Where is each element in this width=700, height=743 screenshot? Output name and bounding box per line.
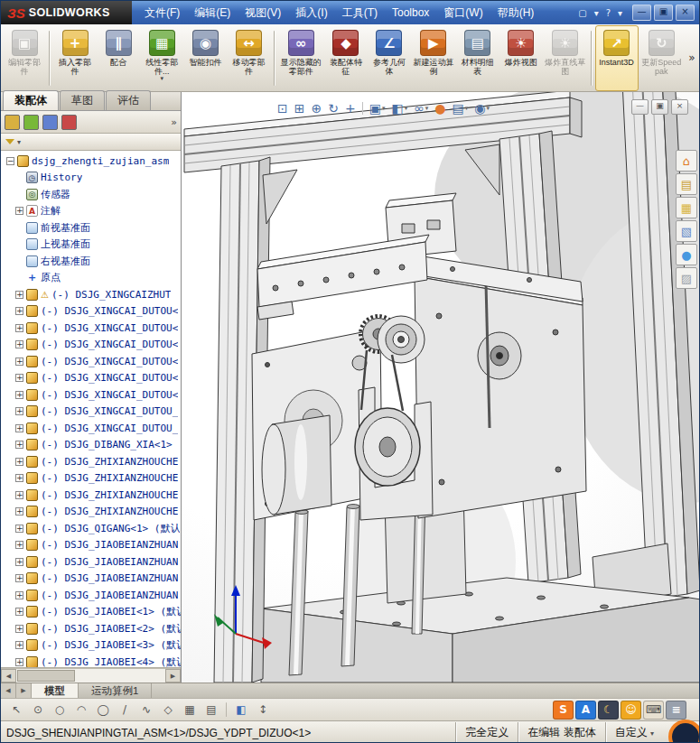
ortho-cube-icon[interactable]: ◧ xyxy=(231,701,251,720)
tree-item[interactable]: + (-) DSJG_JIAOBEIANZHUAN xyxy=(1,537,181,554)
tree-item[interactable]: + (-) DSJG_ZHIXIANZHOUCHE xyxy=(1,504,181,521)
expander-icon[interactable]: + xyxy=(15,307,23,315)
expander-icon[interactable]: + xyxy=(15,491,23,499)
chevron-down-icon[interactable]: ▾ xyxy=(616,7,624,19)
new-doc-icon[interactable]: ▢ xyxy=(576,7,588,19)
model-tab[interactable]: 模型 xyxy=(32,683,79,698)
doc-close-button[interactable]: × xyxy=(671,99,688,115)
menu-item[interactable]: 窗口(W) xyxy=(436,2,490,24)
spline-snap-icon[interactable]: ∿ xyxy=(136,701,156,720)
headsup-icon[interactable]: ↻ xyxy=(328,101,339,116)
toolbar-button[interactable]: ▤ 材料明细表 xyxy=(456,25,499,91)
restore-button[interactable]: ▣ xyxy=(654,5,673,21)
toolbar-button[interactable]: ▦ 线性零部件... ▾ xyxy=(140,25,184,91)
headsup-icon[interactable] xyxy=(362,102,363,115)
expander-icon[interactable]: + xyxy=(15,558,23,566)
expander-icon[interactable]: + xyxy=(15,625,23,633)
expander-icon[interactable]: + xyxy=(15,340,23,348)
toolbar-button[interactable]: ∠ 参考几何体 xyxy=(368,25,411,91)
minimize-button[interactable]: — xyxy=(632,5,651,21)
scroll-thumb[interactable] xyxy=(17,670,75,682)
scroll-left-button[interactable]: ◀ xyxy=(1,669,16,683)
headsup-icon[interactable]: ⊕ xyxy=(311,101,322,116)
toolbar-button[interactable]: ▣ 编辑零部件 xyxy=(3,25,46,91)
headsup-icon[interactable]: + xyxy=(345,101,356,116)
menu-item[interactable]: 视图(V) xyxy=(238,2,288,24)
expander-icon[interactable]: + xyxy=(15,507,23,515)
headsup-icon[interactable]: ▤ ▾ xyxy=(453,101,469,116)
tree-item[interactable]: + (-) DSJG_XINGCAI_DUTOU< xyxy=(1,386,181,404)
headsup-icon[interactable]: ⊡ xyxy=(277,101,288,116)
sogou-logo-icon[interactable]: S xyxy=(553,701,574,720)
expander-icon[interactable]: + xyxy=(15,525,23,533)
night-mode-icon[interactable]: ☾ xyxy=(598,701,619,720)
expander-icon[interactable]: + xyxy=(15,324,23,332)
toolbar-button[interactable]: ↻ 更新Speedpak xyxy=(639,25,685,91)
headsup-icon[interactable]: ● xyxy=(434,101,445,116)
expander-icon[interactable]: + xyxy=(15,374,23,382)
resources-home-icon[interactable]: ⌂ xyxy=(676,150,697,172)
panel-overflow-button[interactable]: » xyxy=(171,116,177,128)
tree-item[interactable]: 原点 xyxy=(1,270,181,287)
tree-item[interactable]: + (-) DSJG_JIAOBEI<2> (默认 xyxy=(1,620,181,637)
tree-item[interactable]: + (-) DSJG_XINGCAI_DUTOU_ xyxy=(1,420,181,437)
toolbar-button[interactable] xyxy=(591,31,593,86)
tree-item[interactable]: + (-) DSJG_DIBANG_XIA<1> xyxy=(1,437,181,454)
tree-item[interactable]: + (-) DSJG_ZHIXIANZHOUCHE xyxy=(1,487,181,504)
ellipse-snap-icon[interactable]: ◯ xyxy=(93,701,113,720)
expander-icon[interactable]: + xyxy=(15,608,23,616)
expander-icon[interactable]: + xyxy=(15,591,23,599)
toolbar-overflow-button[interactable]: » xyxy=(685,51,699,64)
expander-icon[interactable] xyxy=(15,257,23,265)
expander-icon[interactable]: + xyxy=(15,574,23,582)
tree-item[interactable]: 右视基准面 xyxy=(1,253,181,270)
toolbox-icon[interactable]: ≡ xyxy=(666,701,686,720)
toolbar-button[interactable]: ↗ Instant3D xyxy=(595,25,639,91)
expander-icon[interactable] xyxy=(15,224,23,232)
table-snap-icon[interactable]: ▤ xyxy=(201,701,221,720)
menu-item[interactable]: 工具(T) xyxy=(335,2,385,24)
graphics-viewport[interactable]: ⊡ ⊞ ⊕ ↻ + xyxy=(182,92,699,683)
tree-item[interactable]: + (-) DSJG_ZHIXIANZHOUCHE xyxy=(1,453,181,470)
tree-item[interactable]: + (-) DSJG_JIAOBEIANZHUAN xyxy=(1,571,181,588)
expander-icon[interactable] xyxy=(15,240,23,248)
tree-item[interactable]: + (-) DSJG_XINGCAI_DUTOU< xyxy=(1,303,181,320)
tree-item[interactable]: + (-) DSJG_JIAOBEI<3> (默认 xyxy=(1,637,181,655)
expander-icon[interactable]: − xyxy=(6,157,14,165)
command-tab[interactable]: 草图 xyxy=(60,90,105,110)
tree-item[interactable]: 传感器 xyxy=(1,186,181,203)
expander-icon[interactable]: + xyxy=(15,424,23,432)
tree-item[interactable]: + 注解 xyxy=(1,203,181,220)
menu-item[interactable]: 文件(F) xyxy=(137,2,187,24)
model-tab[interactable]: 运动算例1 xyxy=(79,683,152,698)
headsup-icon[interactable]: ◧ ▾ xyxy=(391,101,407,116)
headsup-icon[interactable]: ∞ ▾ xyxy=(414,101,428,116)
toolbar-button[interactable]: ◉ 智能扣件 xyxy=(184,25,228,91)
expander-icon[interactable]: + xyxy=(15,441,23,449)
help-icon[interactable]: ? xyxy=(604,7,612,19)
arc-snap-icon[interactable]: ◠ xyxy=(71,701,91,720)
appearances-icon[interactable]: ● xyxy=(676,244,697,265)
tree-item[interactable]: 前视基准面 xyxy=(1,219,181,237)
tree-item[interactable]: + (-) DSJG_XINGCAI_DUTOU< xyxy=(1,320,181,337)
menu-item[interactable]: 插入(I) xyxy=(288,2,334,24)
headsup-icon[interactable]: ◉ ▾ xyxy=(474,101,490,116)
toolbar-button[interactable] xyxy=(49,31,51,86)
tree-item[interactable]: + (-) DSJG_ZHIXIANZHOUCHE xyxy=(1,470,181,488)
tree-item[interactable]: + (-) DSJG_XINGCAI_DUTOU< xyxy=(1,337,181,354)
tree-item[interactable]: + (-) DSJG_XINGCAI_DUTOU_ xyxy=(1,404,181,421)
doc-restore-button[interactable]: ▣ xyxy=(651,99,668,115)
tree-hscrollbar[interactable]: ◀ ▶ xyxy=(1,668,181,683)
tree-item[interactable]: 上视基准面 xyxy=(1,237,181,254)
expander-icon[interactable]: + xyxy=(15,407,23,415)
circle-snap-icon[interactable]: ○ xyxy=(50,701,70,720)
tree-item[interactable]: + (-) DSJG_JIAOBEI<4> (默认 xyxy=(1,654,181,668)
tree-item[interactable]: + (-) DSJG_QIGANG<1> (默认 xyxy=(1,520,181,537)
menu-item[interactable]: 帮助(H) xyxy=(490,2,542,24)
expander-icon[interactable]: + xyxy=(15,291,23,299)
expander-icon[interactable] xyxy=(15,190,23,199)
expander-icon[interactable]: + xyxy=(15,641,23,649)
tree-item[interactable]: + ⚠ (-) DSJG_XINGCAIZHUT xyxy=(1,286,181,303)
toolbar-button[interactable]: ∞ 显示隐藏的零部件 xyxy=(278,25,324,91)
notification-badge[interactable] xyxy=(668,720,700,743)
